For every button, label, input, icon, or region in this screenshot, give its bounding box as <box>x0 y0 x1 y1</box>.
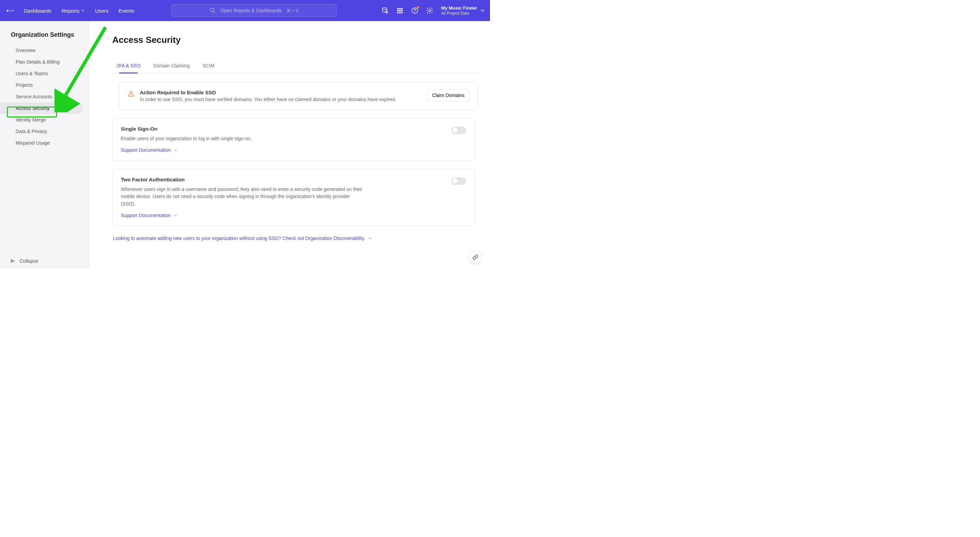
help-badge-dot <box>417 6 419 8</box>
sidebar-item-data-privacy[interactable]: Data & Privacy <box>0 126 83 137</box>
arrow-right-icon: → <box>173 147 177 153</box>
sidebar-item-overview[interactable]: Overview <box>0 45 83 56</box>
svg-rect-11 <box>399 12 401 13</box>
sso-toggle[interactable] <box>451 127 466 134</box>
sso-description: Enable users of your organization to log… <box>121 135 366 143</box>
apps-grid-icon[interactable] <box>396 7 404 14</box>
help-icon[interactable] <box>411 7 418 14</box>
tfa-toggle[interactable] <box>451 177 466 185</box>
sidebar-item-mixpanel-usage[interactable]: Mixpanel Usage <box>0 137 83 149</box>
tfa-card: Two Factor Authentication Whenever users… <box>112 169 475 226</box>
sso-doc-link-label: Support Documentation <box>121 147 171 153</box>
project-subtitle: All Project Data <box>441 11 477 16</box>
settings-gear-icon[interactable] <box>426 7 434 14</box>
brand-icon[interactable] <box>7 10 14 11</box>
discoverability-link[interactable]: Looking to automate adding new users to … <box>113 236 372 241</box>
sidebar-item-identity-merge[interactable]: Identity Merge <box>0 114 83 126</box>
search-icon <box>210 8 216 14</box>
svg-rect-10 <box>398 12 399 13</box>
sidebar-item-users-teams[interactable]: Users & Teams <box>0 68 83 79</box>
nav-users[interactable]: Users <box>95 8 108 14</box>
chevron-down-icon <box>81 9 85 12</box>
sso-card: Single Sign-On Enable users of your orga… <box>112 118 475 161</box>
arrow-right-icon: → <box>173 213 177 218</box>
page-title: Access Security <box>112 35 490 45</box>
sso-title: Single Sign-On <box>121 126 466 132</box>
discoverability-link-label: Looking to automate adding new users to … <box>113 236 365 241</box>
global-search[interactable]: Open Reports & Dashboards ⌘ + K <box>172 4 337 17</box>
nav-events[interactable]: Events <box>119 8 134 14</box>
nav-links: Dashboards Reports Users Events <box>24 8 134 14</box>
svg-rect-5 <box>399 8 401 9</box>
sidebar-item-access-security[interactable]: Access Security <box>0 102 83 114</box>
tfa-doc-link-label: Support Documentation <box>121 213 171 218</box>
tfa-description: Whenever users sign in with a username a… <box>121 186 366 208</box>
link-icon <box>472 254 479 260</box>
svg-rect-12 <box>401 12 402 13</box>
alert-card: Action Required to Enable SSO In order t… <box>119 82 478 110</box>
warning-icon <box>127 90 134 97</box>
collapse-icon <box>10 258 16 264</box>
tab-domain-claiming[interactable]: Domain Claiming <box>153 59 191 73</box>
tab-2fa-sso[interactable]: 2FA & SSO <box>116 59 141 73</box>
svg-rect-6 <box>401 8 402 9</box>
arrow-right-icon: → <box>367 236 372 241</box>
tfa-doc-link[interactable]: Support Documentation → <box>121 213 177 218</box>
chevron-down-icon <box>480 8 485 13</box>
tabs: 2FA & SSO Domain Claiming SCIM <box>112 59 482 73</box>
nav-reports[interactable]: Reports <box>62 8 85 14</box>
svg-point-15 <box>429 10 431 11</box>
sidebar: Organization Settings Overview Plan Deta… <box>0 21 90 269</box>
claim-domains-button[interactable]: Claim Domains <box>427 89 469 101</box>
sso-doc-link[interactable]: Support Documentation → <box>121 147 177 153</box>
sidebar-item-plan-billing[interactable]: Plan Details & Billing <box>0 56 83 68</box>
nav-dashboards[interactable]: Dashboards <box>24 8 51 14</box>
svg-rect-9 <box>401 10 402 11</box>
top-nav: Dashboards Reports Users Events Open Rep… <box>0 0 490 21</box>
svg-rect-8 <box>399 10 401 11</box>
search-kbd-hint: ⌘ + K <box>286 8 299 13</box>
link-fab[interactable] <box>469 251 482 264</box>
sidebar-collapse-button[interactable]: Collapse <box>10 258 38 264</box>
project-switcher[interactable]: My Music Finder All Project Data <box>441 5 485 16</box>
svg-point-14 <box>414 12 415 13</box>
svg-point-2 <box>382 8 387 10</box>
search-placeholder: Open Reports & Dashboards <box>221 8 282 13</box>
sidebar-item-projects[interactable]: Projects <box>0 79 83 91</box>
nav-reports-label: Reports <box>62 8 80 14</box>
svg-rect-4 <box>398 8 399 9</box>
collapse-label: Collapse <box>20 258 38 264</box>
alert-title: Action Required to Enable SSO <box>140 89 422 95</box>
database-icon[interactable] <box>381 7 388 14</box>
svg-line-1 <box>213 11 215 13</box>
alert-description: In order to use SSO, you must have verif… <box>140 97 422 102</box>
nav-right: My Music Finder All Project Data <box>381 5 485 16</box>
main-content: Access Security 2FA & SSO Domain Claimin… <box>90 21 490 269</box>
tfa-title: Two Factor Authentication <box>121 177 466 182</box>
svg-rect-7 <box>398 10 399 11</box>
svg-point-18 <box>130 95 131 96</box>
sidebar-heading: Organization Settings <box>0 31 90 45</box>
project-name: My Music Finder <box>441 5 477 11</box>
sidebar-item-service-accounts[interactable]: Service Accounts <box>0 91 83 102</box>
tab-scim[interactable]: SCIM <box>202 59 215 73</box>
